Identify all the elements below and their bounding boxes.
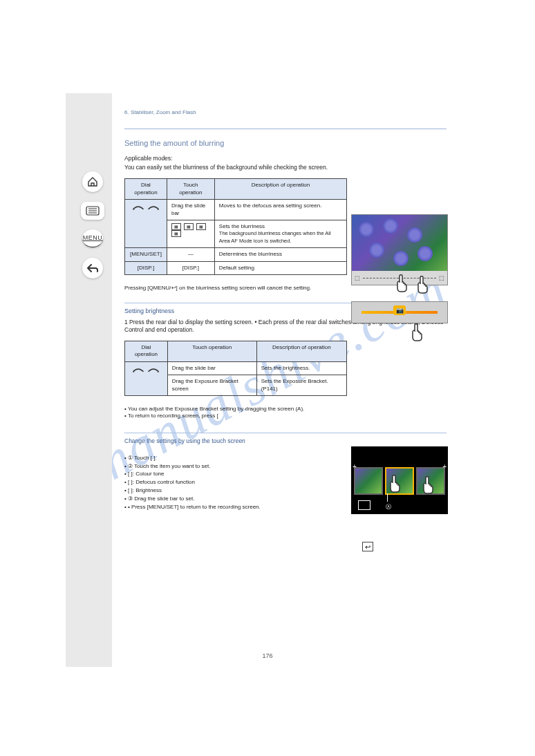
- af-mode-strip: 📷: [351, 301, 448, 323]
- applicable-modes-label: Applicable modes:: [124, 155, 449, 162]
- touch-hand-icon: [415, 275, 431, 294]
- desc-cell: Determines the blurriness: [214, 248, 346, 261]
- dial-cell: [125, 200, 167, 248]
- menu-label: MENU: [83, 234, 103, 241]
- desc-cell: Sets the brightness.: [256, 361, 346, 375]
- touch-cell-modes: ▦ ▦ ▦ ▦: [167, 220, 214, 247]
- section-title: Setting the amount of blurring: [124, 138, 449, 148]
- touch-hand-icon: [420, 475, 437, 495]
- desc-cell: Default setting: [214, 261, 346, 274]
- dial-right-icon: [147, 202, 160, 211]
- disp-cell: [DISP.]: [125, 261, 167, 274]
- back-icon[interactable]: [82, 258, 103, 278]
- menu-set-cell: [MENU/SET]: [125, 248, 167, 261]
- th-touch: Touch operation: [167, 341, 256, 362]
- slider-left-icon: ⬚: [355, 275, 360, 281]
- operations-table-2: Dial operation Touch operation Descripti…: [124, 341, 347, 396]
- bracket-thumb: [354, 467, 383, 495]
- mode-icon: ▦: [184, 223, 194, 230]
- th-dial: Dial operation: [125, 341, 168, 362]
- list-icon[interactable]: [81, 202, 104, 220]
- dial-left-icon: [132, 365, 144, 373]
- return-instruction: • To return to recording screen, press [: [124, 413, 449, 419]
- disp-cell2: [DISP.]: [167, 261, 214, 274]
- desc-cell: Sets the blurriness The background blurr…: [214, 220, 346, 247]
- touch-hand-icon: [409, 323, 426, 342]
- section-divider: [124, 129, 447, 129]
- touch-cell: Drag the slide bar: [167, 200, 214, 220]
- camera-icon: 📷: [393, 305, 406, 315]
- page-number: 176: [0, 652, 535, 659]
- touch-hand-icon: [387, 474, 404, 493]
- notes-title: Change the settings by using the touch s…: [124, 437, 449, 445]
- dial-right-icon: [147, 365, 160, 373]
- mode-icon: ▦: [196, 223, 206, 230]
- dash-cell: —: [167, 248, 214, 261]
- th-touch: Touch operation: [167, 179, 214, 200]
- operations-table-1: Dial operation Touch operation Descripti…: [124, 178, 347, 275]
- th-desc: Description of operation: [256, 341, 346, 362]
- exposure-bracket-note: • You can adjust the Exposure Bracket se…: [124, 406, 449, 413]
- menu-button[interactable]: MENU: [82, 229, 103, 247]
- touch-cell: Drag the Exposure Bracket screen: [167, 375, 256, 396]
- home-icon[interactable]: [82, 171, 103, 192]
- dial-cell: [125, 361, 168, 395]
- slider-right-icon: ⬚: [439, 275, 444, 281]
- breadcrumb: 6. Stabiliser, Zoom and Flash: [124, 109, 196, 115]
- touch-hand-icon: [394, 274, 411, 293]
- section-divider: [124, 433, 447, 433]
- section-lead: You can easily set the blurriness of the…: [124, 164, 449, 171]
- mode-icon: ▦: [171, 223, 181, 230]
- dial-left-icon: [132, 202, 144, 211]
- desc-cell: Moves to the defocus area setting screen…: [214, 200, 346, 220]
- touch-cell: Drag the slide bar: [167, 361, 256, 375]
- th-desc: Description of operation: [214, 179, 346, 200]
- callout-A-label: Ⓐ: [386, 503, 391, 511]
- desc-cell: Sets the Exposure Bracket. (P141): [256, 375, 346, 396]
- bracket-info-box: [358, 500, 370, 510]
- mode-icon: ▦: [171, 230, 181, 237]
- return-icon: ↩: [362, 542, 373, 551]
- th-dial: Dial operation: [125, 179, 167, 200]
